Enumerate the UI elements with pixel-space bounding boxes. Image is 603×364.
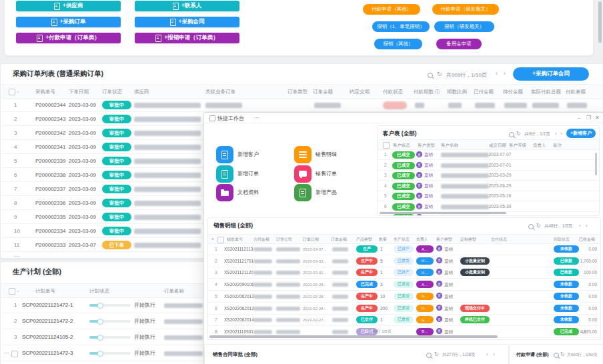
shortcut-销售明细[interactable]: 销售明细	[294, 146, 388, 163]
request-pill-button[interactable]: 报销（其他）	[374, 39, 422, 49]
refresh-icon[interactable]: ↻	[437, 71, 442, 77]
order-status-badge: 审批中	[102, 199, 131, 207]
channel-label: 直销	[444, 295, 453, 299]
horizontal-scrollbar[interactable]	[380, 212, 506, 214]
column-header: 成交日期	[489, 143, 506, 149]
quick-create-button[interactable]: +报销申请（订单类）	[135, 33, 239, 43]
customer-status-badge: 已成交	[392, 214, 415, 216]
checkbox[interactable]	[11, 351, 18, 357]
next-page-icon[interactable]: ›	[504, 71, 506, 77]
search-icon[interactable]	[426, 353, 432, 358]
search-icon[interactable]	[509, 132, 514, 137]
column-header: 数量	[379, 237, 387, 243]
prev-page-icon[interactable]: ‹	[486, 351, 488, 357]
search-icon[interactable]	[554, 353, 559, 358]
column-header: 订单日期	[303, 237, 319, 243]
bar	[299, 154, 307, 155]
purchase-order-number: P200002342	[35, 131, 65, 136]
quick-create-button[interactable]: +供应商	[16, 1, 121, 11]
order-status-badge: 审批中	[102, 115, 131, 123]
shortcut-新增产品[interactable]: 新增产品	[294, 184, 388, 201]
purchase-order-number: P200002333	[35, 243, 65, 248]
prev-page-icon[interactable]: ‹	[555, 131, 557, 137]
product-status-badge: 已交付	[356, 316, 378, 323]
add-purchase-contract-button[interactable]: +采购订单合同	[513, 67, 589, 81]
close-icon[interactable]: ✕	[595, 115, 600, 121]
search-icon[interactable]	[528, 224, 534, 229]
checkbox[interactable]	[9, 89, 15, 95]
doc-line	[223, 153, 226, 154]
search-icon[interactable]	[428, 73, 433, 78]
payment-status-badge-redacted	[383, 101, 407, 109]
window-titlebar[interactable]: 快捷工作台 ⋯ –❐✕	[204, 113, 603, 123]
amount-redacted	[332, 259, 348, 263]
window-title-more-icon[interactable]: ⋯	[253, 115, 259, 121]
column-header: 已收金额	[579, 237, 595, 243]
page-vertical-scrollbar[interactable]	[598, 1, 602, 43]
request-pill-button[interactable]: 报销（研发相关）	[434, 21, 494, 32]
customer-type-icon: 直	[416, 203, 422, 209]
next-page-icon[interactable]: ›	[586, 223, 588, 229]
contract-panel-title: 销售合同审批 (全部)	[213, 351, 257, 358]
order-status-badge: 审批中	[102, 129, 131, 137]
quick-create-button[interactable]: +付款申请（订单类）	[16, 33, 121, 43]
vertical-scrollbar[interactable]	[595, 153, 597, 175]
refresh-icon[interactable]: ↻	[536, 223, 541, 229]
column-header: 客户状态	[393, 143, 410, 149]
payment-status-badge: 已完成	[554, 328, 579, 335]
order-name-redacted	[276, 247, 300, 251]
column-header: 负责人	[533, 143, 546, 149]
shortcut-销售订单[interactable]: 销售订单	[294, 165, 388, 183]
customer-type-icon: 直	[436, 281, 442, 287]
request-pill-button[interactable]: 付款申请（其他）	[363, 4, 420, 15]
payment-panel-title: 付款申请 (全部)	[516, 351, 549, 358]
doc-icon	[216, 165, 233, 183]
customer-type-icon: 直	[416, 162, 422, 168]
customer-type-icon: 直	[436, 316, 442, 322]
next-page-icon[interactable]: ›	[560, 131, 562, 137]
refresh-icon[interactable]: ↻	[560, 351, 565, 357]
expand-icon[interactable]: »	[211, 237, 214, 241]
minimize-icon[interactable]: –	[578, 115, 580, 121]
column-header: 约定交期	[350, 89, 370, 95]
supplier-redacted	[134, 201, 201, 206]
channel-label: 直销	[444, 259, 453, 264]
horizontal-scrollbar[interactable]	[209, 335, 498, 338]
quick-create-button[interactable]: +采购订单	[16, 17, 121, 27]
column-header: 订单状态	[102, 89, 122, 95]
customer-type-icon: 直	[416, 183, 422, 189]
checkbox[interactable]	[383, 142, 390, 149]
product-status-badge: 生产中	[356, 269, 378, 276]
customer-type-icon: 直	[416, 172, 422, 178]
chevron-down-icon[interactable]: ⌄	[16, 288, 20, 293]
prev-page-icon[interactable]: ‹	[579, 223, 581, 229]
checkbox[interactable]	[9, 288, 15, 295]
refresh-icon[interactable]: ↻	[516, 131, 521, 137]
customer-status-badge: 已成交	[392, 193, 415, 200]
quick-create-button[interactable]: +联系人	[135, 1, 239, 11]
prev-page-icon[interactable]: ‹	[496, 71, 498, 77]
quantity: 5	[380, 259, 383, 264]
refresh-icon[interactable]: ↻	[434, 351, 439, 357]
customers-table-header: 客户状态客户类型客户名称成交日期客户等级负责人备注	[378, 139, 599, 150]
restore-icon[interactable]: ❐	[586, 115, 591, 121]
request-pill-button[interactable]: 备用金申请	[436, 39, 482, 49]
row-divider	[208, 255, 600, 255]
row-divider	[208, 267, 600, 267]
checkbox[interactable]	[217, 237, 224, 243]
sales-order-number: XS2021110901	[224, 330, 253, 335]
next-page-icon[interactable]: ›	[493, 351, 495, 357]
request-pill-button[interactable]: 报销（1、单笔报销）	[372, 21, 430, 32]
row-index: 8	[215, 330, 217, 335]
order-date: 2023-03-09	[69, 159, 96, 164]
add-customer-button[interactable]: +新增客户	[566, 129, 596, 138]
chevron-down-icon[interactable]: ⌄	[16, 89, 20, 94]
quick-create-button[interactable]: +采购合同	[135, 17, 239, 27]
request-pill-button[interactable]: 付款申请（研发相关）	[432, 4, 499, 15]
column-header: 采购单号	[35, 89, 55, 95]
row-actions-icon[interactable]: ⋯	[3, 351, 9, 356]
order-date: 2023-03-07	[69, 243, 96, 248]
channel-label: 直销	[444, 330, 453, 335]
customer-status-badge: 已成交	[392, 203, 415, 211]
product-status-badge: 生产中	[356, 257, 378, 265]
